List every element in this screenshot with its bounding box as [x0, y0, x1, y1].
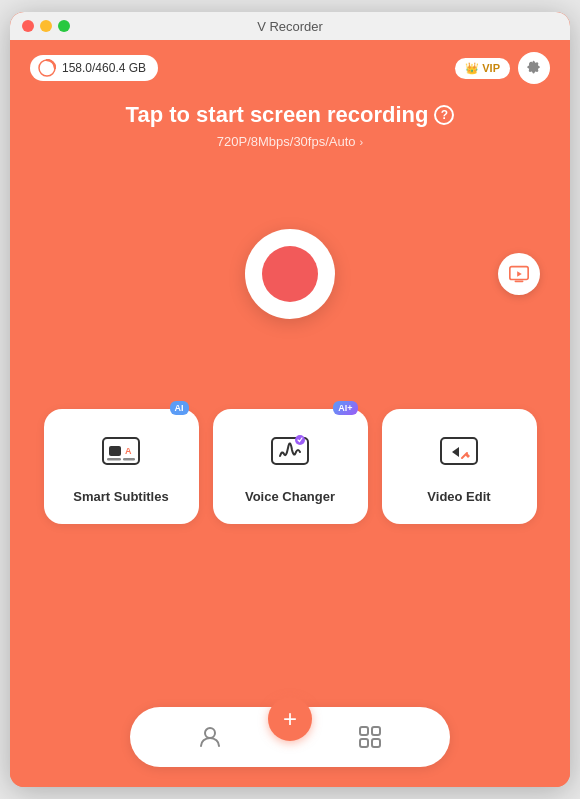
add-button[interactable]: +	[268, 697, 312, 741]
gear-icon	[525, 59, 543, 77]
app-body: 158.0/460.4 GB 👑 VIP Tap to start screen…	[10, 40, 570, 787]
profile-nav-item[interactable]	[177, 724, 243, 750]
ai-badge-subtitles: AI	[170, 401, 189, 415]
hero-section: Tap to start screen recording ? 720P/8Mb…	[126, 102, 455, 149]
maximize-button[interactable]	[58, 20, 70, 32]
video-edit-label: Video Edit	[427, 489, 490, 504]
voice-changer-icon	[268, 430, 312, 479]
voice-changer-label: Voice Changer	[245, 489, 335, 504]
record-area	[30, 229, 550, 319]
storage-text: 158.0/460.4 GB	[62, 61, 146, 75]
svg-rect-12	[372, 727, 380, 735]
close-button[interactable]	[22, 20, 34, 32]
svg-point-10	[205, 728, 215, 738]
settings-button[interactable]	[518, 52, 550, 84]
apps-nav-item[interactable]	[337, 724, 403, 750]
record-dot	[262, 246, 318, 302]
plus-icon: +	[283, 707, 297, 731]
side-recording-button[interactable]	[498, 253, 540, 295]
svg-rect-13	[360, 739, 368, 747]
svg-rect-11	[360, 727, 368, 735]
hero-title: Tap to start screen recording ?	[126, 102, 455, 128]
voice-changer-card[interactable]: AI+ Voice Changer	[213, 409, 368, 524]
help-icon[interactable]: ?	[434, 105, 454, 125]
profile-icon	[197, 724, 223, 750]
minimize-button[interactable]	[40, 20, 52, 32]
window-controls	[22, 20, 70, 32]
smart-subtitles-icon: A	[99, 430, 143, 479]
app-window: V Recorder 158.0/460.4 GB 👑 VIP	[10, 12, 570, 787]
hero-subtitle[interactable]: 720P/8Mbps/30fps/Auto ›	[126, 134, 455, 149]
svg-rect-14	[372, 739, 380, 747]
window-title: V Recorder	[257, 19, 323, 34]
title-bar: V Recorder	[10, 12, 570, 40]
svg-rect-5	[107, 458, 121, 461]
crown-icon: 👑	[465, 62, 479, 75]
feature-cards: AI A Smart Subtitles AI+	[44, 409, 537, 524]
top-right-controls: 👑 VIP	[455, 52, 550, 84]
svg-rect-3	[109, 446, 121, 456]
video-edit-card[interactable]: Video Edit	[382, 409, 537, 524]
screen-record-icon	[508, 263, 530, 285]
storage-badge: 158.0/460.4 GB	[30, 55, 158, 81]
svg-text:A: A	[125, 446, 132, 456]
video-edit-icon	[437, 430, 481, 479]
svg-rect-6	[123, 458, 135, 461]
top-bar: 158.0/460.4 GB 👑 VIP	[30, 40, 550, 84]
ai-badge-voice: AI+	[333, 401, 357, 415]
smart-subtitles-card[interactable]: AI A Smart Subtitles	[44, 409, 199, 524]
smart-subtitles-label: Smart Subtitles	[73, 489, 168, 504]
chevron-right-icon: ›	[360, 136, 364, 148]
record-button[interactable]	[245, 229, 335, 319]
apps-icon	[357, 724, 383, 750]
vip-badge[interactable]: 👑 VIP	[455, 58, 510, 79]
bottom-nav-content: +	[130, 707, 450, 767]
storage-icon	[38, 59, 56, 77]
vip-label: VIP	[482, 62, 500, 74]
bottom-nav: +	[130, 707, 450, 767]
